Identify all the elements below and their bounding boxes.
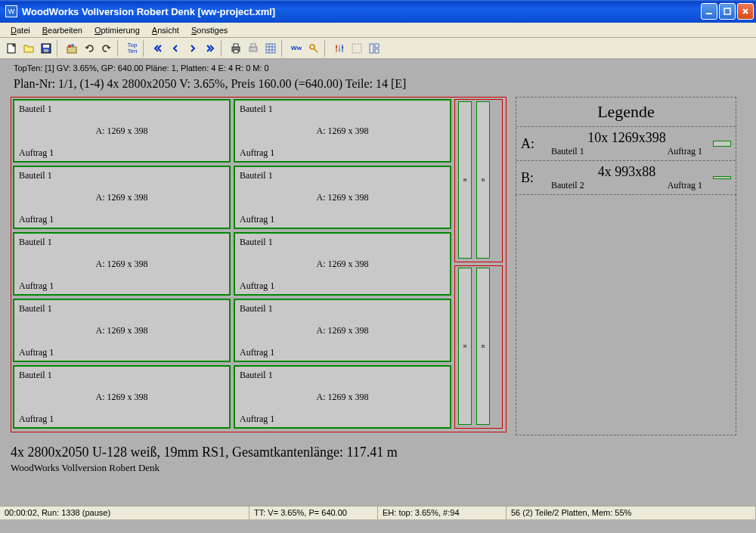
legend-part-order: Auftrag 1	[668, 146, 702, 157]
grid-icon[interactable]	[262, 40, 279, 57]
legend-panel: Legende A: 10x 1269x398 Bauteil 1 Auftra…	[516, 97, 736, 435]
plan-credit: WoodWorks Vollversion Robert Denk	[11, 462, 742, 474]
menu-ansicht[interactable]: Ansicht	[146, 24, 185, 36]
legend-empty-area	[516, 195, 736, 435]
plan-footer: 4x 2800x2050 U-128 weiß, 19mm RS1, Gesam…	[8, 435, 748, 477]
part-a[interactable]: Bauteil 1 A: 1269 x 398 Auftrag 1	[13, 365, 231, 429]
part-b[interactable]: B	[476, 268, 490, 425]
part-a[interactable]: Bauteil 1 A: 1269 x 398 Auftrag 1	[234, 232, 451, 296]
svg-rect-0	[706, 13, 712, 14]
part-a[interactable]: Bauteil 1 A: 1269 x 398 Auftrag 1	[13, 166, 231, 229]
svg-rect-11	[234, 50, 238, 53]
menu-datei[interactable]: Datei	[5, 24, 36, 36]
svg-rect-24	[336, 46, 337, 48]
menu-optimierung[interactable]: Optimierung	[88, 24, 146, 36]
legend-swatch-icon	[713, 141, 731, 147]
key-icon[interactable]	[305, 40, 322, 57]
svg-line-20	[314, 48, 318, 52]
part-a[interactable]: Bauteil 1 A: 1269 x 398 Auftrag 1	[13, 299, 231, 362]
toolbar: TopTen Ww	[0, 38, 756, 59]
svg-point-7	[68, 45, 71, 48]
part-order: Auftrag 1	[19, 147, 225, 159]
next-icon[interactable]	[184, 40, 201, 57]
status-time: 00:00:02, Run: 1338 (pause)	[0, 507, 249, 519]
legend-key: A:	[521, 136, 544, 152]
rewind-icon[interactable]	[150, 40, 166, 57]
svg-rect-28	[370, 44, 373, 53]
open-icon[interactable]	[20, 40, 37, 57]
svg-rect-30	[375, 49, 379, 53]
palette-icon[interactable]	[64, 40, 80, 57]
legend-part-name: Bauteil 1	[551, 146, 584, 157]
part-name: Bauteil 1	[19, 104, 225, 115]
topten-line: TopTen: [1] GV: 3.65%, GP: 640.00 Pläne:…	[8, 62, 748, 76]
minimize-button[interactable]	[701, 3, 717, 20]
statusbar: 00:00:02, Run: 1338 (pause) TT: V= 3.65%…	[0, 506, 756, 519]
window-titlebar: W WoodWorks Vollversion Robert Denk [ww-…	[0, 0, 756, 23]
part-a[interactable]: Bauteil 1 A: 1269 x 398 Auftrag 1	[234, 99, 451, 163]
status-tt: TT: V= 3.65%, P= 640.00	[249, 507, 378, 519]
layout-icon[interactable]	[366, 40, 383, 57]
part-b[interactable]: B	[458, 101, 472, 259]
status-eh: EH: top: 3.65%, #:94	[378, 507, 507, 519]
part-size: A: 1269 x 398	[19, 126, 225, 137]
svg-rect-14	[266, 44, 275, 53]
undo-icon[interactable]	[81, 40, 98, 57]
svg-rect-27	[352, 44, 361, 53]
legend-key: B:	[521, 170, 544, 186]
part-a[interactable]: Bauteil 1 A: 1269 x 398 Auftrag 1	[234, 299, 451, 362]
status-mem: 56 (2) Teile/2 Platten, Mem: 55%	[507, 507, 756, 519]
svg-rect-10	[234, 44, 238, 47]
svg-rect-6	[67, 47, 76, 53]
legend-qty: 10x 1269x398	[544, 130, 710, 146]
content-area: TopTen: [1] GV: 3.65%, GP: 640.00 Pläne:…	[0, 59, 756, 519]
new-icon[interactable]	[3, 40, 20, 57]
plan-header: Plan-Nr: 1/1, (1-4) 4x 2800x2050 V: 3.65…	[8, 76, 748, 97]
www-icon[interactable]: Ww	[288, 40, 305, 57]
redo-icon[interactable]	[98, 40, 115, 57]
svg-rect-13	[251, 44, 256, 47]
svg-rect-29	[375, 44, 379, 48]
maximize-button[interactable]	[719, 3, 736, 20]
part-b[interactable]: B	[458, 268, 472, 425]
part-b-group: B B	[454, 265, 503, 429]
print-preview-icon[interactable]	[245, 40, 262, 57]
forward-icon[interactable]	[202, 40, 218, 57]
svg-rect-4	[43, 45, 49, 48]
cutting-plan[interactable]: Bauteil 1 A: 1269 x 398 Auftrag 1 Bautei…	[11, 97, 507, 432]
plan-summary: 4x 2800x2050 U-128 weiß, 19mm RS1, Gesam…	[11, 445, 742, 460]
svg-rect-12	[249, 47, 257, 51]
svg-rect-26	[342, 47, 343, 48]
part-b[interactable]: B	[476, 101, 490, 259]
menubar: Datei Bearbeiten Optimierung Ansicht Son…	[0, 23, 756, 38]
legend-swatch-icon	[713, 176, 731, 179]
legend-item-b[interactable]: B: 4x 993x88 Bauteil 2 Auftrag 1	[516, 161, 736, 194]
part-b-group: B B	[454, 99, 503, 262]
svg-point-8	[71, 44, 74, 47]
legend-part-order: Auftrag 1	[668, 180, 702, 191]
window-title: WoodWorks Vollversion Robert Denk [ww-pr…	[20, 6, 701, 17]
topten-icon[interactable]: TopTen	[124, 40, 141, 57]
legend-title: Legende	[516, 98, 736, 127]
menu-sonstiges[interactable]: Sonstiges	[185, 24, 234, 36]
part-a[interactable]: Bauteil 1 A: 1269 x 398 Auftrag 1	[234, 365, 451, 429]
dashed-grid-icon[interactable]	[349, 40, 365, 57]
close-button[interactable]	[737, 3, 754, 20]
legend-part-name: Bauteil 2	[551, 180, 584, 191]
svg-rect-25	[339, 49, 340, 51]
svg-rect-1	[724, 8, 730, 14]
menu-bearbeiten[interactable]: Bearbeiten	[36, 24, 88, 36]
sliders-icon[interactable]	[331, 40, 348, 57]
app-icon: W	[5, 5, 17, 17]
print-icon[interactable]	[228, 40, 244, 57]
part-a[interactable]: Bauteil 1 A: 1269 x 398 Auftrag 1	[234, 166, 451, 229]
save-icon[interactable]	[38, 40, 54, 57]
legend-qty: 4x 993x88	[544, 164, 710, 180]
part-a[interactable]: Bauteil 1 A: 1269 x 398 Auftrag 1	[13, 99, 231, 163]
prev-icon[interactable]	[167, 40, 184, 57]
legend-item-a[interactable]: A: 10x 1269x398 Bauteil 1 Auftrag 1	[516, 127, 736, 161]
svg-rect-5	[44, 49, 48, 52]
part-a[interactable]: Bauteil 1 A: 1269 x 398 Auftrag 1	[13, 232, 231, 296]
